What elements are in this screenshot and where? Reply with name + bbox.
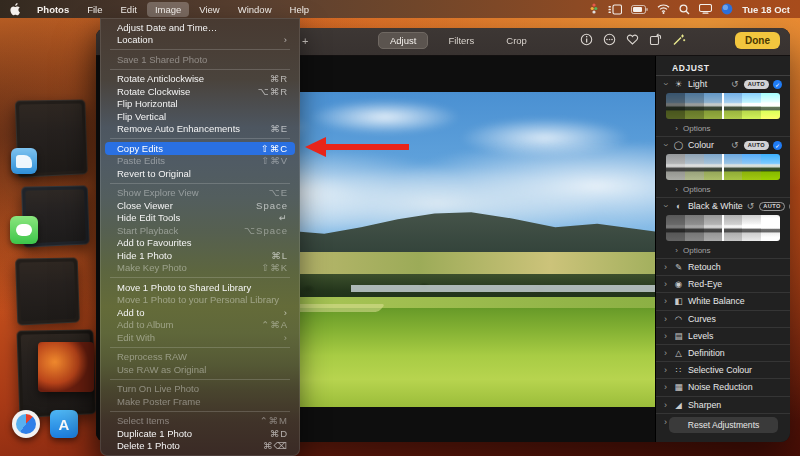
battery-icon[interactable] xyxy=(631,5,648,14)
options-row[interactable]: ›Options xyxy=(656,244,790,256)
chevron-right-icon[interactable]: › xyxy=(662,365,669,375)
section-header[interactable]: ›▤Levels xyxy=(656,328,790,344)
chevron-right-icon[interactable]: › xyxy=(662,296,669,306)
tab-crop[interactable]: Crop xyxy=(494,32,539,49)
done-button[interactable]: Done xyxy=(735,32,780,49)
menu-bar-item-view[interactable]: View xyxy=(191,2,227,17)
chevron-right-icon[interactable]: › xyxy=(662,314,669,324)
menu-item-flip-vertical[interactable]: Flip Vertical xyxy=(100,110,300,123)
section-header[interactable]: ›∷Selective Colour xyxy=(656,362,790,378)
options-row[interactable]: ›Options xyxy=(656,122,790,134)
menu-bar-item-image[interactable]: Image xyxy=(147,2,189,17)
chevron-down-icon[interactable]: › xyxy=(661,142,671,149)
section-label: Retouch xyxy=(688,262,782,272)
chevron-right-icon[interactable]: › xyxy=(674,246,679,255)
menu-item-shortcut: ⌘E xyxy=(270,123,288,134)
menu-item-adjust-date-and-time[interactable]: Adjust Date and Time… xyxy=(100,21,300,34)
menu-item-hide-edit-tools[interactable]: Hide Edit Tools↵ xyxy=(100,212,300,225)
submenu-chevron-icon: › xyxy=(284,307,288,318)
menu-item-delete-1-photo[interactable]: Delete 1 Photo⌘⌫ xyxy=(100,440,300,453)
adjustment-slider-strip[interactable] xyxy=(666,215,780,241)
menu-item-remove-auto-enhancements[interactable]: Remove Auto Enhancements⌘E xyxy=(100,123,300,136)
menu-item-move-1-photo-to-shared-library[interactable]: Move 1 Photo to Shared Library xyxy=(100,281,300,294)
menu-item-rotate-clockwise[interactable]: Rotate Clockwise⌥⌘R xyxy=(100,85,300,98)
assistant-sphere-icon[interactable] xyxy=(721,3,733,15)
chevron-right-icon[interactable]: › xyxy=(662,262,669,272)
colour-picker-icon[interactable] xyxy=(589,3,599,15)
chevron-right-icon[interactable]: › xyxy=(674,124,679,133)
enabled-check-icon[interactable]: ✓ xyxy=(773,141,782,150)
search-icon[interactable] xyxy=(679,4,690,15)
reset-section-icon[interactable]: ↺ xyxy=(747,201,755,211)
menu-item-close-viewer[interactable]: Close ViewerSpace xyxy=(100,199,300,212)
loch xyxy=(351,285,656,292)
section-header[interactable]: ›▦Noise Reduction xyxy=(656,379,790,395)
adjust-section-definition: ›△Definition xyxy=(656,344,790,361)
chevron-down-icon[interactable]: › xyxy=(661,81,671,88)
section-header[interactable]: ›✎Retouch xyxy=(656,259,790,275)
menu-item-add-to-favourites[interactable]: Add to Favourites xyxy=(100,237,300,250)
chevron-down-icon[interactable]: › xyxy=(661,203,671,210)
tab-adjust[interactable]: Adjust xyxy=(378,32,428,49)
menu-item-hide-1-photo[interactable]: Hide 1 Photo⌘L xyxy=(100,249,300,262)
section-header[interactable]: ›△Definition xyxy=(656,345,790,361)
menu-item-duplicate-1-photo[interactable]: Duplicate 1 Photo⌘D xyxy=(100,427,300,440)
auto-button[interactable]: AUTO xyxy=(759,202,784,211)
tab-filters[interactable]: Filters xyxy=(436,32,486,49)
menu-bar: PhotosFileEditImageViewWindowHelp Tue 18… xyxy=(0,0,800,18)
screen-mirroring-icon[interactable] xyxy=(699,4,712,14)
enabled-check-icon[interactable]: ✓ xyxy=(773,80,782,89)
menu-bar-item-window[interactable]: Window xyxy=(230,2,280,17)
menu-item-add-to[interactable]: Add to› xyxy=(100,306,300,319)
chevron-right-icon[interactable]: › xyxy=(662,279,669,289)
section-header[interactable]: ›☀Light↺AUTO✓ xyxy=(656,77,790,91)
auto-button[interactable]: AUTO xyxy=(744,80,769,89)
menu-item-rotate-anticlockwise[interactable]: Rotate Anticlockwise⌘R xyxy=(100,73,300,86)
section-header[interactable]: ›◉Red-Eye xyxy=(656,276,790,292)
menu-item-show-explore-view: Show Explore View⌥E xyxy=(100,187,300,200)
section-header[interactable]: ›◢Sharpen xyxy=(656,397,790,413)
menu-bar-clock[interactable]: Tue 18 Oct xyxy=(742,4,790,15)
info-plus-icon[interactable] xyxy=(580,33,593,46)
menu-item-copy-edits[interactable]: Copy Edits⇧⌘C xyxy=(105,142,295,155)
adjust-sections: ›☀Light↺AUTO✓›Options›◯Colour↺AUTO✓›Opti… xyxy=(656,77,790,430)
chevron-right-icon[interactable]: › xyxy=(662,348,669,358)
rotate-icon[interactable] xyxy=(649,33,662,46)
stage-manager-icon[interactable] xyxy=(608,4,622,15)
menu-item-location[interactable]: Location› xyxy=(100,34,300,47)
adjustment-slider-strip[interactable] xyxy=(666,93,780,119)
menu-bar-item-help[interactable]: Help xyxy=(282,2,318,17)
chevron-right-icon[interactable]: › xyxy=(674,185,679,194)
apple-icon[interactable] xyxy=(10,3,21,16)
auto-button[interactable]: AUTO xyxy=(744,141,769,150)
zoom-plus-icon[interactable]: + xyxy=(302,35,308,47)
wifi-icon[interactable] xyxy=(657,4,670,14)
more-icon[interactable] xyxy=(603,33,616,46)
reset-section-icon[interactable]: ↺ xyxy=(731,140,739,150)
section-header[interactable]: ›◯Colour↺AUTO✓ xyxy=(656,138,790,152)
chevron-right-icon[interactable]: › xyxy=(662,382,669,392)
favourite-icon[interactable] xyxy=(626,33,639,46)
stage-window-mail[interactable] xyxy=(15,257,80,325)
adjust-section-light: ›☀Light↺AUTO✓›Options xyxy=(656,77,790,134)
adjustment-slider-strip[interactable] xyxy=(666,154,780,180)
options-row[interactable]: ›Options xyxy=(656,183,790,195)
chevron-right-icon[interactable]: › xyxy=(662,331,669,341)
chevron-right-icon[interactable]: › xyxy=(662,400,669,410)
section-header[interactable]: ›◐Black & White↺AUTO xyxy=(656,199,790,213)
section-header[interactable]: ›◠Curves xyxy=(656,311,790,327)
menu-bar-item-file[interactable]: File xyxy=(79,2,110,17)
section-label: Curves xyxy=(688,314,782,324)
menu-item-label: Select Items xyxy=(117,415,260,426)
menu-bar-item-photos[interactable]: Photos xyxy=(29,2,77,17)
reset-section-icon[interactable]: ↺ xyxy=(731,79,739,89)
reset-adjustments-button[interactable]: Reset Adjustments xyxy=(669,417,778,433)
auto-enhance-wand-icon[interactable] xyxy=(672,33,686,46)
chevron-right-icon[interactable]: › xyxy=(662,417,669,427)
menu-bar-item-edit[interactable]: Edit xyxy=(113,2,145,17)
menu-item-revert-to-original[interactable]: Revert to Original xyxy=(100,167,300,180)
menu-item-flip-horizontal[interactable]: Flip Horizontal xyxy=(100,98,300,111)
disabled-check-icon[interactable] xyxy=(789,202,790,211)
menu-item-label: Rotate Clockwise xyxy=(117,86,258,97)
section-header[interactable]: ›◧White Balance xyxy=(656,293,790,309)
